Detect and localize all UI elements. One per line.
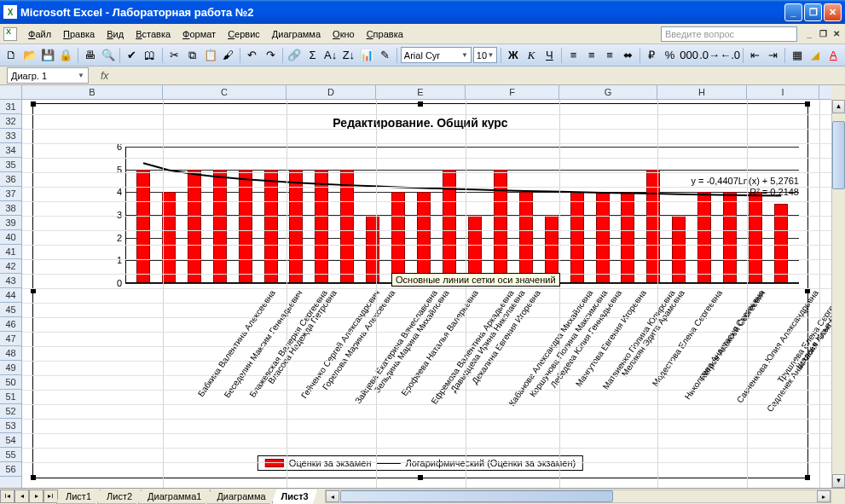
row-header[interactable]: 50: [0, 375, 21, 390]
tab-prev-icon[interactable]: ◂: [14, 490, 29, 503]
scroll-thumb[interactable]: [832, 121, 845, 189]
permission-icon[interactable]: 🔒: [58, 46, 74, 65]
row-header[interactable]: 38: [0, 201, 21, 216]
menu-правка[interactable]: Правка: [57, 26, 101, 42]
row-header[interactable]: 44: [0, 288, 21, 303]
cut-icon[interactable]: ✂: [165, 46, 182, 65]
menu-сервис[interactable]: Сервис: [222, 26, 266, 42]
italic-button[interactable]: К: [524, 46, 540, 65]
fx-icon[interactable]: fx: [101, 70, 108, 82]
dec-indent-icon[interactable]: ⇤: [747, 46, 763, 65]
sheet-tab[interactable]: Диаграмма1: [138, 490, 211, 504]
font-size-combo[interactable]: 10▼: [473, 47, 498, 63]
hscroll-thumb[interactable]: [340, 490, 613, 502]
sheet-tab[interactable]: Диаграмма: [207, 490, 275, 504]
spell-icon[interactable]: ✔: [124, 46, 140, 65]
row-headers[interactable]: 3132333435363738394041424344454647484950…: [0, 100, 22, 488]
underline-button[interactable]: Ч: [541, 46, 558, 65]
align-left-icon[interactable]: ≡: [565, 46, 582, 65]
autosum-icon[interactable]: Σ: [304, 46, 321, 65]
row-header[interactable]: 49: [0, 361, 21, 375]
font-name-combo[interactable]: Arial Cyr▼: [401, 47, 472, 63]
menu-формат[interactable]: Формат: [177, 26, 222, 42]
col-header-H[interactable]: H: [657, 85, 747, 99]
open-icon[interactable]: 📂: [21, 46, 38, 65]
bar[interactable]: [621, 192, 634, 283]
doc-minimize[interactable]: _: [804, 29, 814, 39]
row-header[interactable]: 33: [0, 129, 21, 143]
row-header[interactable]: 55: [0, 448, 21, 462]
close-button[interactable]: ✕: [824, 3, 842, 21]
sheet-tab[interactable]: Лист1: [56, 490, 101, 504]
col-header-C[interactable]: C: [163, 85, 286, 99]
row-header[interactable]: 41: [0, 245, 21, 259]
bar[interactable]: [391, 192, 405, 283]
row-header[interactable]: 42: [0, 259, 21, 274]
drawing-icon[interactable]: ✎: [377, 46, 393, 65]
formula-input[interactable]: [113, 67, 845, 84]
doc-restore[interactable]: ❐: [818, 29, 828, 39]
row-header[interactable]: 52: [0, 404, 21, 419]
fill-color-icon[interactable]: ◢: [807, 46, 824, 65]
undo-icon[interactable]: ↶: [244, 46, 260, 65]
menu-диаграмма[interactable]: Диаграмма: [266, 26, 327, 42]
bar[interactable]: [519, 192, 533, 283]
percent-icon[interactable]: %: [662, 46, 678, 65]
sort-asc-icon[interactable]: A↓: [322, 46, 339, 65]
maximize-button[interactable]: ❐: [804, 3, 822, 21]
col-header-D[interactable]: D: [286, 85, 376, 99]
row-header[interactable]: 43: [0, 274, 21, 288]
sort-desc-icon[interactable]: Z↓: [340, 46, 356, 65]
bar[interactable]: [570, 192, 584, 283]
save-icon[interactable]: 💾: [39, 46, 55, 65]
menu-файл[interactable]: Файл: [22, 26, 57, 42]
chart-legend[interactable]: Оценки за экзамен Логарифмический (Оценк…: [258, 455, 583, 471]
col-header-E[interactable]: E: [376, 85, 466, 99]
row-header[interactable]: 32: [0, 114, 21, 129]
bar[interactable]: [672, 215, 686, 283]
sheet-tab[interactable]: Лист2: [97, 490, 142, 504]
copy-icon[interactable]: ⧉: [184, 46, 200, 65]
bar[interactable]: [162, 192, 176, 283]
hyperlink-icon[interactable]: 🔗: [286, 46, 303, 65]
inc-indent-icon[interactable]: ⇥: [765, 46, 781, 65]
bar[interactable]: [366, 215, 379, 283]
bold-button[interactable]: Ж: [505, 46, 521, 65]
col-header-I[interactable]: I: [747, 85, 819, 99]
row-header[interactable]: 54: [0, 433, 21, 448]
format-painter-icon[interactable]: 🖌: [220, 46, 236, 65]
menu-справка[interactable]: Справка: [361, 26, 409, 42]
scroll-down-icon[interactable]: ▼: [832, 474, 845, 488]
select-all-corner[interactable]: [0, 85, 22, 100]
help-search[interactable]: Введите вопрос: [661, 26, 797, 42]
row-header[interactable]: 46: [0, 317, 21, 332]
new-icon[interactable]: 🗋: [3, 46, 20, 65]
row-header[interactable]: 34: [0, 143, 21, 158]
chart-title[interactable]: Редактирование. Общий курс: [33, 116, 807, 130]
col-header-F[interactable]: F: [466, 85, 559, 99]
horizontal-scrollbar[interactable]: ◂ ▸: [325, 490, 831, 503]
plot-area[interactable]: 0123456 y = -0,4407Ln(x) + 5,2761 R² = 0…: [125, 147, 799, 283]
inc-decimal-icon[interactable]: .0→: [700, 46, 719, 65]
paste-icon[interactable]: 📋: [202, 46, 218, 65]
merge-icon[interactable]: ⬌: [620, 46, 636, 65]
bar[interactable]: [697, 192, 711, 283]
chart-icon[interactable]: 📊: [359, 46, 375, 65]
row-header[interactable]: 36: [0, 172, 21, 187]
research-icon[interactable]: 🕮: [142, 46, 158, 65]
minimize-button[interactable]: _: [784, 3, 802, 21]
row-header[interactable]: 31: [0, 100, 21, 114]
redo-icon[interactable]: ↷: [262, 46, 278, 65]
row-header[interactable]: 53: [0, 419, 21, 433]
sheet-tab[interactable]: Лист3: [272, 490, 318, 504]
tab-next-icon[interactable]: ▸: [29, 490, 43, 503]
bar[interactable]: [417, 192, 431, 283]
tab-first-icon[interactable]: I◂: [0, 490, 14, 503]
name-box[interactable]: Диагр. 1▼: [7, 67, 89, 84]
bar[interactable]: [723, 192, 737, 283]
align-right-icon[interactable]: ≡: [601, 46, 617, 65]
preview-icon[interactable]: 🔍: [100, 46, 116, 65]
doc-close[interactable]: ✕: [831, 29, 842, 39]
row-header[interactable]: 56: [0, 462, 21, 477]
print-icon[interactable]: 🖶: [82, 46, 98, 65]
